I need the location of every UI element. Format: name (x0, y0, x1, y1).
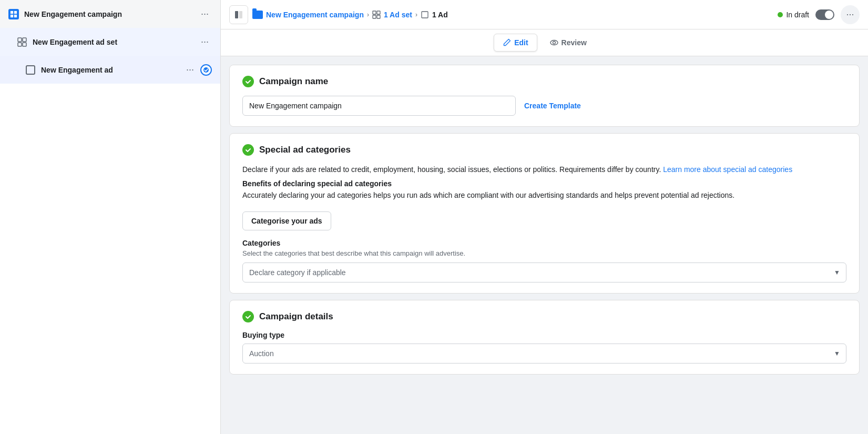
campaign-details-title: Campaign details (242, 311, 846, 322)
svg-point-17 (553, 42, 555, 44)
special-ad-body-text: Declare if your ads are related to credi… (242, 165, 661, 174)
edit-button[interactable]: Edit (494, 34, 537, 52)
svg-rect-13 (373, 15, 376, 18)
breadcrumb-adset-icon (372, 11, 381, 19)
svg-rect-1 (14, 11, 17, 13)
sidebar-campaign-label: New Engagement campaign (24, 10, 198, 18)
status-dot (778, 12, 783, 17)
topnav-right: In draft ··· (778, 5, 860, 24)
campaign-name-card: Campaign name Create Template (229, 65, 860, 127)
edit-label: Edit (514, 38, 528, 47)
svg-rect-5 (23, 38, 26, 42)
sidebar-ad-more[interactable]: ··· (183, 63, 197, 76)
topnav: New Engagement campaign › 1 Ad set › 1 A… (221, 0, 868, 29)
special-ad-card: Special ad categories Declare if your ad… (229, 133, 860, 294)
svg-rect-0 (11, 11, 13, 13)
sidebar-adset-more[interactable]: ··· (198, 35, 212, 48)
campaign-name-input-row: Create Template (242, 96, 846, 116)
categories-label: Categories (242, 239, 846, 247)
svg-rect-12 (377, 11, 380, 14)
adset-icon (17, 37, 27, 47)
svg-rect-3 (14, 14, 17, 17)
ad-icon (25, 65, 36, 75)
special-ad-heading: Special ad categories (259, 145, 351, 155)
campaign-name-title: Campaign name (242, 76, 846, 87)
benefits-body: Accurately declaring your ad categories … (242, 190, 846, 201)
sidebar-ad-label: New Engagement ad (41, 66, 183, 74)
campaign-name-heading: Campaign name (259, 76, 328, 87)
svg-rect-9 (235, 11, 238, 18)
svg-rect-11 (373, 11, 376, 14)
breadcrumb-sep-1: › (367, 11, 369, 18)
sidebar-item-ad[interactable]: New Engagement ad ··· (0, 56, 220, 84)
svg-rect-2 (11, 14, 13, 17)
benefits-title: Benefits of declaring special ad categor… (242, 179, 846, 188)
action-bar: Edit Review (221, 29, 868, 56)
eye-icon (550, 38, 558, 47)
main-content: New Engagement campaign › 1 Ad set › 1 A… (221, 0, 868, 434)
svg-rect-10 (239, 11, 242, 18)
breadcrumb-campaign[interactable]: New Engagement campaign (266, 11, 364, 19)
special-ad-body: Declare if your ads are related to credi… (242, 164, 846, 175)
draft-toggle[interactable] (815, 9, 834, 20)
breadcrumb-adset[interactable]: 1 Ad set (384, 11, 412, 19)
breadcrumb: New Engagement campaign › 1 Ad set › 1 A… (252, 11, 773, 19)
more-icon: ··· (846, 9, 854, 20)
categories-sub: Select the categories that best describe… (242, 249, 846, 257)
breadcrumb-sep-2: › (415, 11, 417, 18)
categorise-ads-button[interactable]: Categorise your ads (242, 211, 331, 230)
svg-rect-6 (18, 43, 22, 46)
breadcrumb-ad-icon (421, 11, 429, 19)
special-ad-title: Special ad categories (242, 144, 846, 156)
campaign-details-heading: Campaign details (259, 311, 333, 322)
campaign-name-input[interactable] (242, 96, 516, 116)
topnav-more-button[interactable]: ··· (841, 5, 860, 24)
breadcrumb-campaign-icon (252, 11, 263, 19)
svg-rect-14 (377, 15, 380, 18)
category-select-wrapper: Declare category if applicable ▼ (242, 263, 846, 282)
svg-rect-7 (23, 43, 26, 46)
buying-type-select[interactable]: Auction (242, 344, 846, 364)
campaign-details-card: Campaign details Buying type Auction ▼ (229, 300, 860, 375)
svg-rect-4 (18, 38, 22, 42)
categories-section: Categories Select the categories that be… (242, 239, 846, 282)
edit-pencil-icon (503, 38, 511, 47)
buying-type-select-wrapper: Auction ▼ (242, 344, 846, 364)
campaign-details-check (242, 311, 254, 322)
ad-badge (200, 64, 212, 76)
content-area: Campaign name Create Template Special ad… (221, 56, 868, 434)
special-ad-check (242, 144, 254, 156)
sidebar-item-campaign[interactable]: New Engagement campaign ··· (0, 0, 220, 28)
review-button[interactable]: Review (542, 34, 595, 51)
learn-more-link[interactable]: Learn more about special ad categories (663, 165, 792, 174)
status-badge: In draft (778, 11, 809, 19)
review-label: Review (561, 38, 587, 47)
svg-rect-15 (422, 12, 428, 18)
campaign-name-check (242, 76, 254, 87)
campaign-icon (8, 9, 19, 19)
category-select[interactable]: Declare category if applicable (242, 263, 846, 282)
sidebar-item-adset[interactable]: New Engagement ad set ··· (0, 28, 220, 56)
buying-type-label: Buying type (242, 331, 846, 339)
sidebar: New Engagement campaign ··· New Engageme… (0, 0, 221, 434)
sidebar-adset-label: New Engagement ad set (33, 38, 198, 46)
sidebar-campaign-more[interactable]: ··· (198, 7, 212, 21)
create-template-button[interactable]: Create Template (524, 102, 581, 110)
breadcrumb-ad[interactable]: 1 Ad (432, 11, 448, 19)
sidebar-toggle[interactable] (229, 5, 248, 24)
status-text: In draft (786, 11, 809, 19)
